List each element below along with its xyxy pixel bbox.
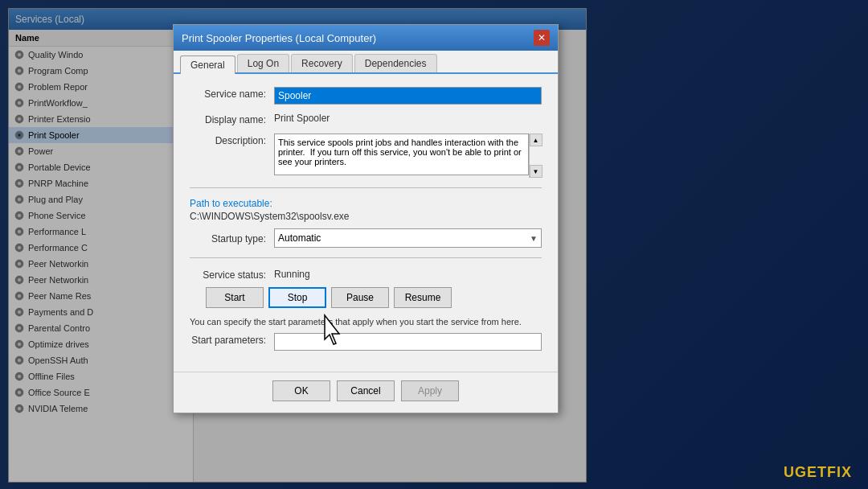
apply-button[interactable]: Apply xyxy=(401,380,459,401)
tab-general[interactable]: General xyxy=(180,55,235,74)
divider-1 xyxy=(190,187,542,188)
description-row: Description: This service spools print j… xyxy=(190,134,542,178)
description-label: Description: xyxy=(190,134,274,146)
service-name-label: Service name: xyxy=(190,87,274,100)
watermark-accent: GET xyxy=(795,464,827,480)
path-value: C:\WINDOWS\System32\spoolsv.exe xyxy=(190,211,542,222)
path-section: Path to executable: C:\WINDOWS\System32\… xyxy=(190,198,542,222)
start-params-label: Start parameters: xyxy=(190,333,274,346)
modal-titlebar: Print Spooler Properties (Local Computer… xyxy=(174,25,558,51)
modal-footer: OK Cancel Apply xyxy=(174,372,558,413)
startup-type-value: Automatic xyxy=(278,232,321,244)
start-params-input[interactable] xyxy=(274,333,542,351)
startup-type-dropdown[interactable]: Automatic ▼ xyxy=(274,228,542,248)
tab-dependencies[interactable]: Dependencies xyxy=(354,54,437,72)
service-status-row: Service status: Running xyxy=(190,268,542,281)
tab-recovery[interactable]: Recovery xyxy=(291,54,353,72)
stop-button[interactable]: Stop xyxy=(268,287,326,308)
modal-dialog: Print Spooler Properties (Local Computer… xyxy=(173,24,559,413)
description-wrapper: This service spools print jobs and handl… xyxy=(274,134,542,178)
params-note: You can specify the start parameters tha… xyxy=(190,316,542,328)
modal-close-button[interactable]: ✕ xyxy=(534,30,550,46)
service-status-label: Service status: xyxy=(190,268,274,281)
modal-title: Print Spooler Properties (Local Computer… xyxy=(182,32,376,44)
tabs-bar: General Log On Recovery Dependencies xyxy=(174,51,558,74)
divider-2 xyxy=(190,257,542,258)
start-button[interactable]: Start xyxy=(206,287,264,308)
ok-button[interactable]: OK xyxy=(272,380,330,401)
scroll-up-btn[interactable]: ▲ xyxy=(530,134,542,146)
watermark-suffix: FIX xyxy=(827,464,852,480)
dropdown-arrow-icon: ▼ xyxy=(530,234,538,243)
service-name-row: Service name: xyxy=(190,87,542,105)
pause-button[interactable]: Pause xyxy=(331,287,389,308)
description-textarea[interactable]: This service spools print jobs and handl… xyxy=(274,134,529,175)
watermark-prefix: U xyxy=(784,464,795,480)
service-name-input[interactable] xyxy=(274,87,542,105)
display-name-label: Display name: xyxy=(190,113,274,125)
display-name-row: Display name: Print Spooler xyxy=(190,113,542,125)
scroll-down-btn[interactable]: ▼ xyxy=(530,165,542,178)
tab-logon[interactable]: Log On xyxy=(237,54,289,72)
startup-type-label: Startup type: xyxy=(190,232,274,244)
startup-type-row: Startup type: Automatic ▼ xyxy=(190,228,542,248)
description-scrollbar[interactable]: ▲ ▼ xyxy=(529,134,542,178)
path-label: Path to executable: xyxy=(190,198,542,209)
service-control-buttons: Start Stop Pause Resume xyxy=(206,287,542,308)
display-name-value: Print Spooler xyxy=(274,113,542,124)
watermark: UGETFIX xyxy=(784,464,852,481)
modal-body: Service name: Display name: Print Spoole… xyxy=(174,74,558,372)
cancel-button[interactable]: Cancel xyxy=(337,380,395,401)
resume-button[interactable]: Resume xyxy=(394,287,452,308)
service-status-value: Running xyxy=(274,269,542,280)
start-params-row: Start parameters: xyxy=(190,333,542,351)
